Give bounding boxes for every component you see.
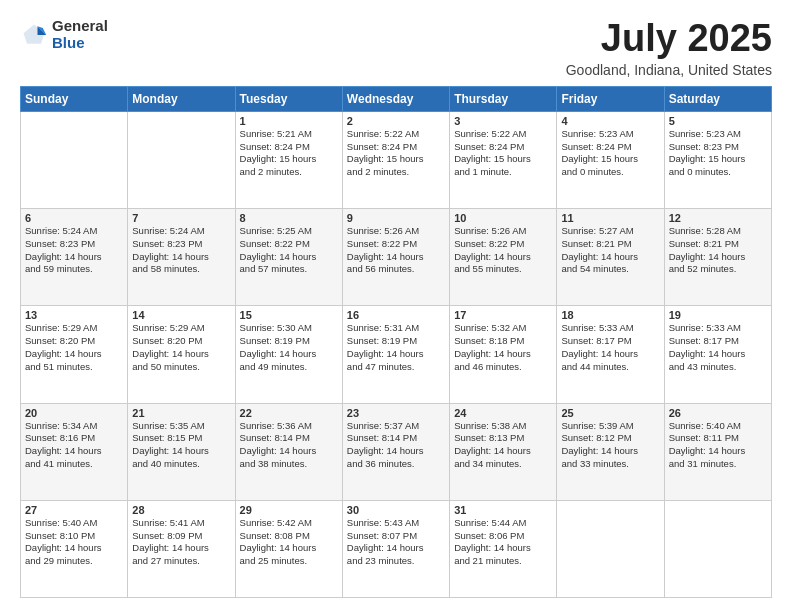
- calendar-cell: 17Sunrise: 5:32 AM Sunset: 8:18 PM Dayli…: [450, 306, 557, 403]
- weekday-header-thursday: Thursday: [450, 86, 557, 111]
- day-number: 31: [454, 504, 552, 516]
- day-number: 14: [132, 309, 230, 321]
- day-info: Sunrise: 5:26 AM Sunset: 8:22 PM Dayligh…: [454, 225, 552, 276]
- day-number: 27: [25, 504, 123, 516]
- day-number: 28: [132, 504, 230, 516]
- day-info: Sunrise: 5:42 AM Sunset: 8:08 PM Dayligh…: [240, 517, 338, 568]
- calendar-cell: 22Sunrise: 5:36 AM Sunset: 8:14 PM Dayli…: [235, 403, 342, 500]
- calendar-cell: 9Sunrise: 5:26 AM Sunset: 8:22 PM Daylig…: [342, 209, 449, 306]
- logo: General Blue: [20, 18, 108, 51]
- calendar-cell: 11Sunrise: 5:27 AM Sunset: 8:21 PM Dayli…: [557, 209, 664, 306]
- weekday-header-sunday: Sunday: [21, 86, 128, 111]
- subtitle: Goodland, Indiana, United States: [566, 62, 772, 78]
- day-number: 10: [454, 212, 552, 224]
- calendar-cell: 29Sunrise: 5:42 AM Sunset: 8:08 PM Dayli…: [235, 500, 342, 597]
- calendar-week-4: 20Sunrise: 5:34 AM Sunset: 8:16 PM Dayli…: [21, 403, 772, 500]
- calendar-cell: 24Sunrise: 5:38 AM Sunset: 8:13 PM Dayli…: [450, 403, 557, 500]
- calendar-cell: 3Sunrise: 5:22 AM Sunset: 8:24 PM Daylig…: [450, 111, 557, 208]
- day-number: 4: [561, 115, 659, 127]
- calendar-week-1: 1Sunrise: 5:21 AM Sunset: 8:24 PM Daylig…: [21, 111, 772, 208]
- day-info: Sunrise: 5:30 AM Sunset: 8:19 PM Dayligh…: [240, 322, 338, 373]
- calendar-cell: [21, 111, 128, 208]
- calendar-cell: 7Sunrise: 5:24 AM Sunset: 8:23 PM Daylig…: [128, 209, 235, 306]
- day-number: 12: [669, 212, 767, 224]
- day-number: 7: [132, 212, 230, 224]
- calendar-cell: 28Sunrise: 5:41 AM Sunset: 8:09 PM Dayli…: [128, 500, 235, 597]
- day-number: 18: [561, 309, 659, 321]
- weekday-header-saturday: Saturday: [664, 86, 771, 111]
- day-number: 24: [454, 407, 552, 419]
- day-info: Sunrise: 5:27 AM Sunset: 8:21 PM Dayligh…: [561, 225, 659, 276]
- day-info: Sunrise: 5:25 AM Sunset: 8:22 PM Dayligh…: [240, 225, 338, 276]
- calendar-week-5: 27Sunrise: 5:40 AM Sunset: 8:10 PM Dayli…: [21, 500, 772, 597]
- day-number: 13: [25, 309, 123, 321]
- day-info: Sunrise: 5:26 AM Sunset: 8:22 PM Dayligh…: [347, 225, 445, 276]
- header: General Blue July 2025 Goodland, Indiana…: [20, 18, 772, 78]
- day-number: 5: [669, 115, 767, 127]
- day-number: 2: [347, 115, 445, 127]
- calendar-cell: 5Sunrise: 5:23 AM Sunset: 8:23 PM Daylig…: [664, 111, 771, 208]
- day-info: Sunrise: 5:22 AM Sunset: 8:24 PM Dayligh…: [347, 128, 445, 179]
- day-info: Sunrise: 5:39 AM Sunset: 8:12 PM Dayligh…: [561, 420, 659, 471]
- calendar-cell: 23Sunrise: 5:37 AM Sunset: 8:14 PM Dayli…: [342, 403, 449, 500]
- day-number: 29: [240, 504, 338, 516]
- calendar-cell: 19Sunrise: 5:33 AM Sunset: 8:17 PM Dayli…: [664, 306, 771, 403]
- day-number: 8: [240, 212, 338, 224]
- calendar-week-3: 13Sunrise: 5:29 AM Sunset: 8:20 PM Dayli…: [21, 306, 772, 403]
- day-info: Sunrise: 5:29 AM Sunset: 8:20 PM Dayligh…: [132, 322, 230, 373]
- calendar-cell: 2Sunrise: 5:22 AM Sunset: 8:24 PM Daylig…: [342, 111, 449, 208]
- calendar-cell: 20Sunrise: 5:34 AM Sunset: 8:16 PM Dayli…: [21, 403, 128, 500]
- day-number: 22: [240, 407, 338, 419]
- day-info: Sunrise: 5:43 AM Sunset: 8:07 PM Dayligh…: [347, 517, 445, 568]
- day-number: 20: [25, 407, 123, 419]
- day-info: Sunrise: 5:31 AM Sunset: 8:19 PM Dayligh…: [347, 322, 445, 373]
- calendar-cell: 16Sunrise: 5:31 AM Sunset: 8:19 PM Dayli…: [342, 306, 449, 403]
- day-number: 19: [669, 309, 767, 321]
- calendar-cell: 12Sunrise: 5:28 AM Sunset: 8:21 PM Dayli…: [664, 209, 771, 306]
- calendar-table: SundayMondayTuesdayWednesdayThursdayFrid…: [20, 86, 772, 598]
- calendar-cell: 25Sunrise: 5:39 AM Sunset: 8:12 PM Dayli…: [557, 403, 664, 500]
- day-info: Sunrise: 5:41 AM Sunset: 8:09 PM Dayligh…: [132, 517, 230, 568]
- day-info: Sunrise: 5:33 AM Sunset: 8:17 PM Dayligh…: [669, 322, 767, 373]
- day-info: Sunrise: 5:34 AM Sunset: 8:16 PM Dayligh…: [25, 420, 123, 471]
- calendar-cell: 31Sunrise: 5:44 AM Sunset: 8:06 PM Dayli…: [450, 500, 557, 597]
- day-info: Sunrise: 5:21 AM Sunset: 8:24 PM Dayligh…: [240, 128, 338, 179]
- day-number: 21: [132, 407, 230, 419]
- day-info: Sunrise: 5:35 AM Sunset: 8:15 PM Dayligh…: [132, 420, 230, 471]
- calendar-cell: 10Sunrise: 5:26 AM Sunset: 8:22 PM Dayli…: [450, 209, 557, 306]
- calendar-cell: 8Sunrise: 5:25 AM Sunset: 8:22 PM Daylig…: [235, 209, 342, 306]
- day-number: 6: [25, 212, 123, 224]
- calendar-cell: 4Sunrise: 5:23 AM Sunset: 8:24 PM Daylig…: [557, 111, 664, 208]
- calendar-cell: [557, 500, 664, 597]
- day-number: 25: [561, 407, 659, 419]
- day-info: Sunrise: 5:22 AM Sunset: 8:24 PM Dayligh…: [454, 128, 552, 179]
- day-number: 1: [240, 115, 338, 127]
- logo-blue: Blue: [52, 35, 108, 52]
- day-number: 17: [454, 309, 552, 321]
- calendar-week-2: 6Sunrise: 5:24 AM Sunset: 8:23 PM Daylig…: [21, 209, 772, 306]
- calendar-cell: 26Sunrise: 5:40 AM Sunset: 8:11 PM Dayli…: [664, 403, 771, 500]
- title-block: July 2025 Goodland, Indiana, United Stat…: [566, 18, 772, 78]
- weekday-header-monday: Monday: [128, 86, 235, 111]
- calendar-cell: 15Sunrise: 5:30 AM Sunset: 8:19 PM Dayli…: [235, 306, 342, 403]
- day-info: Sunrise: 5:29 AM Sunset: 8:20 PM Dayligh…: [25, 322, 123, 373]
- logo-icon: [20, 21, 48, 49]
- day-info: Sunrise: 5:40 AM Sunset: 8:11 PM Dayligh…: [669, 420, 767, 471]
- day-number: 15: [240, 309, 338, 321]
- day-info: Sunrise: 5:23 AM Sunset: 8:24 PM Dayligh…: [561, 128, 659, 179]
- day-info: Sunrise: 5:40 AM Sunset: 8:10 PM Dayligh…: [25, 517, 123, 568]
- day-number: 9: [347, 212, 445, 224]
- weekday-header-row: SundayMondayTuesdayWednesdayThursdayFrid…: [21, 86, 772, 111]
- day-info: Sunrise: 5:37 AM Sunset: 8:14 PM Dayligh…: [347, 420, 445, 471]
- logo-text: General Blue: [52, 18, 108, 51]
- day-number: 26: [669, 407, 767, 419]
- calendar-cell: 1Sunrise: 5:21 AM Sunset: 8:24 PM Daylig…: [235, 111, 342, 208]
- page: General Blue July 2025 Goodland, Indiana…: [0, 0, 792, 612]
- day-info: Sunrise: 5:36 AM Sunset: 8:14 PM Dayligh…: [240, 420, 338, 471]
- day-info: Sunrise: 5:44 AM Sunset: 8:06 PM Dayligh…: [454, 517, 552, 568]
- day-info: Sunrise: 5:32 AM Sunset: 8:18 PM Dayligh…: [454, 322, 552, 373]
- day-info: Sunrise: 5:33 AM Sunset: 8:17 PM Dayligh…: [561, 322, 659, 373]
- weekday-header-wednesday: Wednesday: [342, 86, 449, 111]
- day-number: 11: [561, 212, 659, 224]
- calendar-cell: 6Sunrise: 5:24 AM Sunset: 8:23 PM Daylig…: [21, 209, 128, 306]
